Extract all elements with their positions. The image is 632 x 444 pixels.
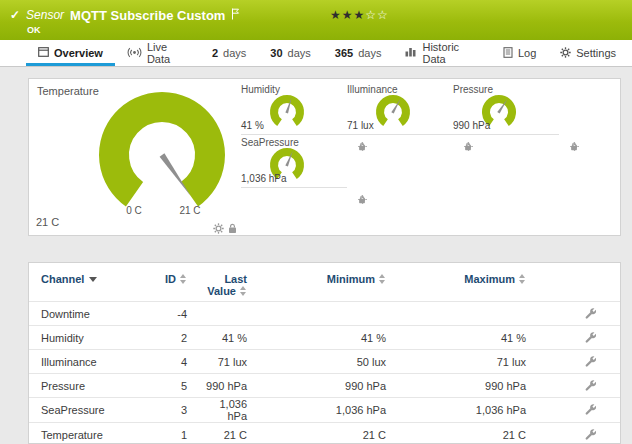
tab-settings[interactable]: Settings [548,40,628,66]
tab-settings-label: Settings [576,47,616,59]
tab-live-data-label: Live Data [147,41,188,65]
wrench-settings-icon[interactable] [584,381,596,393]
channel-name[interactable]: Pressure [29,374,157,398]
stars-empty: ☆☆ [365,8,389,22]
sort-icon [240,286,247,296]
channel-id: 5 [157,374,199,398]
table-header-row: Channel ID Last Value Minimum Maximum [29,263,620,302]
humidity-gauge: Humidity 41 % [241,84,347,135]
channel-minimum: 50 lux [255,350,394,374]
tab-365-days-unit: days [358,47,381,59]
table-row: Humidity 2 41 % 41 % 41 % [29,326,620,350]
tab-30-days[interactable]: 30 days [258,40,323,66]
seapressure-gauge-value: 1,036 hPa [241,173,287,184]
channels-table: Channel ID Last Value Minimum Maximum Do… [29,263,620,444]
wrench-settings-icon[interactable] [584,430,596,442]
gauge-scale-min: 0 C [119,205,149,216]
wrench-settings-icon[interactable] [584,405,596,417]
channel-name[interactable]: Temperature [29,423,157,444]
temperature-gauge-value: 21 C [36,216,59,228]
status-badge: OK [27,25,41,35]
channel-maximum: 71 lux [394,350,534,374]
sort-icon [379,274,386,284]
tab-2-days[interactable]: 2 days [200,40,258,66]
tab-30-days-number: 30 [270,47,282,59]
channel-minimum: 1,036 hPa [255,398,394,423]
channel-minimum: 990 hPa [255,374,394,398]
channel-maximum: 990 hPa [394,374,534,398]
column-header-tools [534,263,620,302]
tab-log-label: Log [518,47,536,59]
illuminance-gauge: Illuminance 71 lux [347,84,453,135]
channel-id: 3 [157,398,199,423]
sort-icon [519,274,526,284]
channel-id: -4 [157,302,199,326]
channel-name[interactable]: Humidity [29,326,157,350]
channel-id: 4 [157,350,199,374]
table-row: Temperature 1 21 C 21 C 21 C [29,423,620,444]
column-header-last-value[interactable]: Last Value [199,263,255,302]
stars-filled: ★★★ [330,8,365,22]
gauge-gear-icon[interactable] [213,220,224,238]
pressure-gauge: Pressure 990 hPa [453,84,559,135]
document-icon [503,47,513,60]
channel-last-value: 990 hPa [199,374,255,398]
table-row: Pressure 5 990 hPa 990 hPa 990 hPa [29,374,620,398]
channel-name[interactable]: SeaPressure [29,398,157,423]
sensor-title: MQTT Subscribe Custom [70,8,225,23]
channel-maximum: 1,036 hPa [394,398,534,423]
sensor-header: ✓ Sensor MQTT Subscribe Custom ★★★☆☆ OK [0,0,632,41]
wrench-settings-icon[interactable] [584,309,596,321]
column-header-id[interactable]: ID [157,263,199,302]
table-row: SeaPressure 3 1,036 hPa 1,036 hPa 1,036 … [29,398,620,423]
tab-live-data[interactable]: Live Data [115,40,200,66]
pressure-gauge-value: 990 hPa [453,120,490,131]
channel-name[interactable]: Downtime [29,302,157,326]
illuminance-gauge-value: 71 lux [347,120,374,131]
temperature-gauge [87,89,237,219]
chevron-down-icon [89,277,97,282]
tab-overview[interactable]: Overview [26,40,115,66]
gauge-scale-max: 21 C [172,205,208,216]
tab-historic-data-label: Historic Data [422,41,478,65]
tab-30-days-unit: days [288,47,311,59]
channel-last-value: 41 % [199,326,255,350]
channel-minimum: 21 C [255,423,394,444]
tab-bar: Overview Live Data 2 days 30 days 365 da… [0,40,632,67]
prtg-sensor-page: ✓ Sensor MQTT Subscribe Custom ★★★☆☆ OK … [0,0,632,444]
ok-check-icon: ✓ [10,8,20,22]
sort-icon [180,274,187,284]
gear-icon [560,47,571,60]
channel-id: 1 [157,423,199,444]
channel-last-value: 1,036 hPa [199,398,255,423]
flag-icon[interactable] [231,6,240,24]
humidity-gauge-value: 41 % [241,120,264,131]
tab-log[interactable]: Log [491,40,548,66]
channel-maximum: 41 % [394,326,534,350]
tab-2-days-number: 2 [212,47,218,59]
bar-chart-icon [405,47,417,59]
channel-last-value: 21 C [199,423,255,444]
column-header-maximum[interactable]: Maximum [394,263,534,302]
channel-maximum: 21 C [394,423,534,444]
humidity-gauge-dial [257,94,317,130]
channel-minimum [255,302,394,326]
channel-name[interactable]: Illuminance [29,350,157,374]
overview-grid-icon [38,47,49,59]
tab-365-days-number: 365 [335,47,353,59]
channels-table-panel: Channel ID Last Value Minimum Maximum Do… [28,262,621,444]
tab-historic-data[interactable]: Historic Data [393,40,490,66]
seapressure-gauge: SeaPressure 1,036 hPa [241,137,347,188]
tab-365-days[interactable]: 365 days [323,40,394,66]
tab-2-days-unit: days [223,47,246,59]
wrench-settings-icon[interactable] [584,357,596,369]
wrench-settings-icon[interactable] [584,333,596,345]
tab-overview-label: Overview [54,47,103,59]
sensor-kind-label: Sensor [26,8,64,22]
channel-minimum: 41 % [255,326,394,350]
channel-last-value [199,302,255,326]
broadcast-icon [127,47,142,60]
column-header-channel[interactable]: Channel [29,263,157,302]
column-header-minimum[interactable]: Minimum [255,263,394,302]
priority-stars[interactable]: ★★★☆☆ [330,8,389,22]
